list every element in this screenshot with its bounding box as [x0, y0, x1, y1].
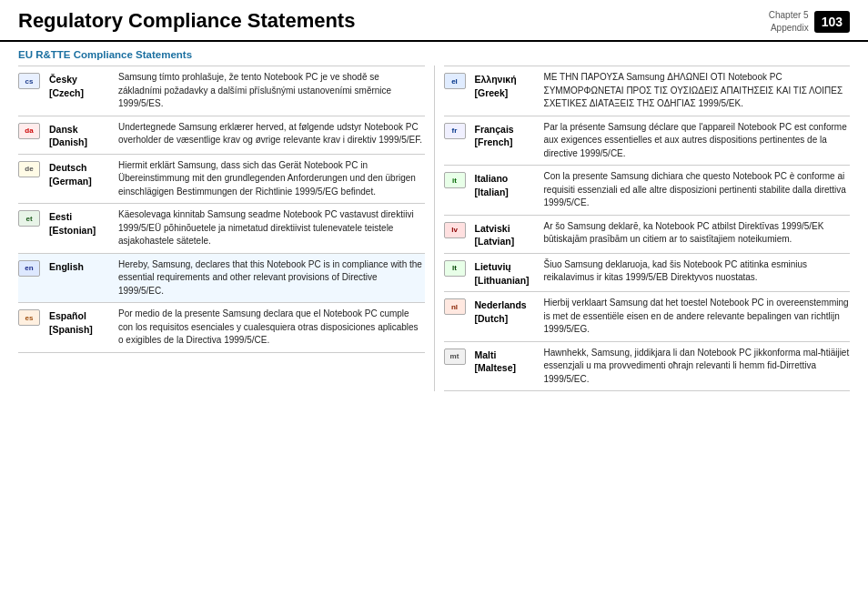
chapter-label: Chapter 5 — [769, 10, 809, 20]
section-title: EU R&TTE Compliance Statements — [18, 49, 850, 60]
lang-row: itItaliano[Italian]Con la presente Samsu… — [444, 166, 851, 216]
flag-box-et: et — [18, 210, 40, 227]
flag-box-lv: lv — [444, 222, 466, 238]
lang-name-en: English — [49, 258, 113, 298]
lang-row: esEspañol[Spanish]Por medio de la presen… — [18, 303, 425, 353]
lang-row: etEesti[Estonian]Käesolevaga kinnitab Sa… — [18, 204, 425, 254]
lang-name-es: Español[Spanish] — [49, 308, 113, 348]
page-header: Regulatory Compliance Statements Chapter… — [0, 0, 868, 42]
lang-text-nl: Hierbij verklaart Samsung dat het toeste… — [544, 297, 851, 337]
lang-row: daDansk[Danish]Undertegnede Samsung erkl… — [18, 116, 425, 155]
lang-row: frFrançais[French]Par la présente Samsun… — [444, 116, 851, 167]
content-area: csČesky[Czech]Samsung tímto prohlašuje, … — [0, 66, 868, 391]
lang-flag: et — [18, 208, 44, 248]
lang-name-da: Dansk[Danish] — [49, 121, 113, 149]
lang-text-da: Undertegnede Samsung erklærer herved, at… — [118, 121, 425, 149]
lang-name-lt: Lietuvių[Lithuanian] — [475, 258, 539, 287]
lang-flag: el — [444, 71, 469, 111]
lang-row: deDeutsch[German]Hiermit erklärt Samsung… — [18, 155, 425, 205]
lang-name-cs: Česky[Czech] — [49, 71, 113, 111]
lang-row: nlNederlands[Dutch]Hierbij verklaart Sam… — [444, 292, 851, 342]
flag-box-en: en — [18, 260, 40, 277]
lang-text-es: Por medio de la presente Samsung declara… — [118, 308, 425, 348]
flag-box-cs: cs — [18, 73, 40, 89]
lang-name-el: Ελληνική[Greek] — [475, 71, 539, 111]
flag-box-es: es — [18, 309, 40, 326]
chapter-text: Chapter 5 Appendix — [769, 9, 809, 35]
lang-flag: es — [18, 308, 44, 348]
lang-text-lt: Šiuo Samsung deklaruoja, kad šis Noteboo… — [544, 258, 851, 287]
lang-flag: lv — [444, 220, 469, 248]
lang-text-de: Hiermit erklärt Samsung, dass sich das G… — [118, 159, 425, 199]
flag-box-de: de — [18, 161, 40, 177]
flag-box-mt: mt — [444, 348, 466, 365]
lang-name-fr: Français[French] — [475, 121, 539, 161]
page-title: Regulatory Compliance Statements — [18, 9, 355, 33]
lang-row: elΕλληνική[Greek]ΜΕ ΤΗΝ ΠΑΡΟΥΣΑ Samsung … — [444, 66, 851, 116]
appendix-label: Appendix — [771, 23, 809, 33]
lang-name-mt: Malti[Maltese] — [475, 347, 539, 387]
lang-text-it: Con la presente Samsung dichiara che que… — [544, 170, 851, 210]
lang-row: mtMalti[Maltese]Hawnhekk, Samsung, jiddi… — [444, 342, 851, 392]
flag-box-lt: lt — [444, 260, 466, 277]
flag-box-it: it — [444, 172, 466, 188]
lang-text-el: ΜΕ ΤΗΝ ΠΑΡΟΥΣΑ Samsung ΔΗΛΩΝΕΙ ΟΤΙ Noteb… — [544, 71, 851, 111]
lang-row: csČesky[Czech]Samsung tímto prohlašuje, … — [18, 66, 425, 116]
lang-flag: cs — [18, 71, 44, 111]
lang-name-de: Deutsch[German] — [49, 159, 113, 199]
lang-text-mt: Hawnhekk, Samsung, jiddikjara li dan Not… — [544, 347, 851, 387]
lang-flag: de — [18, 159, 44, 199]
flag-box-nl: nl — [444, 298, 466, 315]
lang-text-cs: Samsung tímto prohlašuje, že tento Noteb… — [118, 71, 425, 111]
lang-flag: en — [18, 258, 44, 298]
flag-box-fr: fr — [444, 123, 466, 139]
lang-name-lv: Latviski[Latvian] — [475, 220, 539, 248]
lang-flag: mt — [444, 347, 469, 387]
lang-name-it: Italiano[Italian] — [475, 170, 539, 210]
lang-text-en: Hereby, Samsung, declares that this Note… — [118, 258, 425, 298]
lang-row: ltLietuvių[Lithuanian]Šiuo Samsung dekla… — [444, 254, 851, 292]
left-column: csČesky[Czech]Samsung tímto prohlašuje, … — [18, 66, 435, 391]
lang-name-et: Eesti[Estonian] — [49, 208, 113, 248]
lang-text-fr: Par la présente Samsung déclare que l'ap… — [544, 121, 851, 161]
flag-box-el: el — [444, 73, 466, 89]
page-number: 103 — [814, 11, 850, 33]
chapter-info: Chapter 5 Appendix 103 — [769, 9, 850, 35]
lang-row: enEnglishHereby, Samsung, declares that … — [18, 254, 425, 304]
lang-text-lv: Ar šo Samsung deklarē, ka Notebook PC at… — [544, 220, 851, 248]
lang-name-nl: Nederlands[Dutch] — [475, 297, 539, 337]
right-column: elΕλληνική[Greek]ΜΕ ΤΗΝ ΠΑΡΟΥΣΑ Samsung … — [435, 66, 851, 391]
flag-box-da: da — [18, 123, 40, 139]
lang-flag: fr — [444, 121, 469, 161]
lang-flag: da — [18, 121, 44, 149]
lang-text-et: Käesolevaga kinnitab Samsung seadme Note… — [118, 208, 425, 248]
lang-flag: nl — [444, 297, 469, 337]
lang-row: lvLatviski[Latvian]Ar šo Samsung deklarē… — [444, 216, 851, 254]
lang-flag: lt — [444, 258, 469, 287]
lang-flag: it — [444, 170, 469, 210]
